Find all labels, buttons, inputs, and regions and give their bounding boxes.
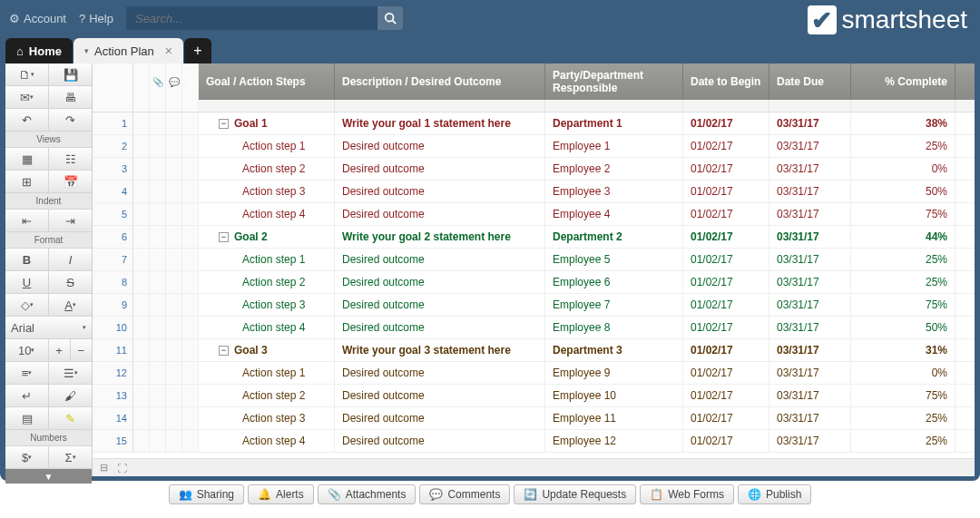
row-comment[interactable]: [166, 271, 182, 293]
cell-desc[interactable]: Desired outcome: [335, 294, 545, 316]
account-link[interactable]: ⚙ Account: [9, 12, 66, 25]
row-number[interactable]: 4: [93, 181, 133, 202]
row-comment[interactable]: [166, 339, 182, 361]
h-attach[interactable]: 📎: [150, 64, 166, 100]
row-comment[interactable]: [166, 203, 182, 225]
row-comment[interactable]: [166, 430, 182, 452]
row-number[interactable]: 13: [93, 385, 133, 406]
table-row[interactable]: 5Action step 4Desired outcomeEmployee 40…: [93, 203, 975, 226]
row-comment[interactable]: [166, 135, 182, 157]
row-info[interactable]: [182, 407, 199, 429]
sb-currency[interactable]: $▾: [5, 446, 49, 468]
row-comment[interactable]: [166, 294, 182, 316]
row-expand[interactable]: [133, 294, 150, 316]
cell-party[interactable]: Employee 8: [545, 317, 683, 338]
table-row[interactable]: 4Action step 3Desired outcomeEmployee 30…: [93, 181, 975, 203]
cell-due[interactable]: 03/31/17: [769, 135, 851, 157]
cell-begin[interactable]: 01/02/17: [683, 271, 769, 293]
cell-pct[interactable]: 25%: [851, 249, 956, 270]
sb-indent[interactable]: ⇥: [49, 210, 92, 231]
cell-goal[interactable]: −Goal 1: [199, 112, 335, 134]
sb-align-h[interactable]: ≡▾: [5, 362, 49, 384]
row-attach[interactable]: [150, 362, 166, 384]
cell-goal[interactable]: Action step 4: [199, 203, 335, 225]
cell-party[interactable]: Employee 9: [545, 362, 683, 384]
row-expand[interactable]: [133, 271, 150, 293]
row-expand[interactable]: [133, 362, 150, 384]
sb-font-size[interactable]: 10▾: [5, 339, 49, 361]
row-attach[interactable]: [150, 226, 166, 248]
h-desc[interactable]: Description / Desired Outcome: [335, 64, 545, 100]
cell-desc[interactable]: Desired outcome: [335, 362, 545, 384]
sb-italic[interactable]: I: [49, 249, 92, 270]
tab-add[interactable]: +: [184, 38, 211, 64]
sb-size-down[interactable]: −: [71, 339, 92, 361]
sb-calendar-view[interactable]: 📅: [49, 171, 92, 192]
cell-pct[interactable]: 25%: [851, 135, 956, 157]
row-number[interactable]: 6: [93, 226, 133, 248]
cell-goal[interactable]: Action step 3: [199, 407, 335, 429]
row-expand[interactable]: [133, 158, 150, 180]
tab-home[interactable]: ⌂ Home: [5, 38, 73, 64]
row-number[interactable]: 10: [93, 317, 133, 338]
row-info[interactable]: [182, 385, 199, 406]
row-number[interactable]: 14: [93, 407, 133, 429]
row-attach[interactable]: [150, 385, 166, 406]
row-expand[interactable]: [133, 226, 150, 248]
cell-due[interactable]: 03/31/17: [769, 339, 851, 361]
row-info[interactable]: [182, 362, 199, 384]
sb-bold[interactable]: B: [5, 249, 49, 270]
cell-goal[interactable]: Action step 3: [199, 294, 335, 316]
cell-goal[interactable]: Action step 1: [199, 362, 335, 384]
row-attach[interactable]: [150, 271, 166, 293]
cell-pct[interactable]: 75%: [851, 294, 956, 316]
table-row[interactable]: 12Action step 1Desired outcomeEmployee 9…: [93, 362, 975, 385]
table-row[interactable]: 7Action step 1Desired outcomeEmployee 50…: [93, 249, 975, 271]
cell-party[interactable]: Employee 6: [545, 271, 683, 293]
row-attach[interactable]: [150, 430, 166, 452]
h-goal[interactable]: Goal / Action Steps: [199, 64, 335, 100]
cell-desc[interactable]: Write your goal 2 statement here: [335, 226, 545, 248]
sb-wrap[interactable]: ↵: [5, 385, 49, 406]
row-expand[interactable]: [133, 135, 150, 157]
btn-sharing[interactable]: 👥Sharing: [169, 484, 244, 504]
row-expand[interactable]: [133, 112, 150, 134]
row-expand[interactable]: [133, 203, 150, 225]
row-attach[interactable]: [150, 407, 166, 429]
row-info[interactable]: [182, 112, 199, 134]
row-attach[interactable]: [150, 158, 166, 180]
cell-goal[interactable]: Action step 2: [199, 385, 335, 406]
cell-goal[interactable]: Action step 2: [199, 271, 335, 293]
row-number[interactable]: 3: [93, 158, 133, 180]
cell-desc[interactable]: Desired outcome: [335, 385, 545, 406]
cell-party[interactable]: Employee 5: [545, 249, 683, 270]
sb-redo[interactable]: ↷: [49, 109, 92, 131]
row-attach[interactable]: [150, 339, 166, 361]
row-attach[interactable]: [150, 181, 166, 202]
sb-underline[interactable]: U: [5, 271, 49, 293]
btn-alerts[interactable]: 🔔Alerts: [248, 484, 314, 504]
h-pct[interactable]: % Complete: [851, 64, 956, 100]
cell-pct[interactable]: 25%: [851, 430, 956, 452]
cell-desc[interactable]: Desired outcome: [335, 271, 545, 293]
table-row[interactable]: 10Action step 4Desired outcomeEmployee 8…: [93, 317, 975, 339]
cell-due[interactable]: 03/31/17: [769, 407, 851, 429]
row-expand[interactable]: [133, 317, 150, 338]
cell-begin[interactable]: 01/02/17: [683, 407, 769, 429]
sb-size-up[interactable]: +: [49, 339, 71, 361]
sb-sum[interactable]: Σ▾: [49, 446, 92, 468]
cell-desc[interactable]: Desired outcome: [335, 158, 545, 180]
row-expand[interactable]: [133, 385, 150, 406]
cell-goal[interactable]: −Goal 3: [199, 339, 335, 361]
cell-goal[interactable]: −Goal 2: [199, 226, 335, 248]
cell-due[interactable]: 03/31/17: [769, 271, 851, 293]
row-comment[interactable]: [166, 158, 182, 180]
h-begin[interactable]: Date to Begin: [683, 64, 769, 100]
cell-due[interactable]: 03/31/17: [769, 203, 851, 225]
cell-goal[interactable]: Action step 1: [199, 135, 335, 157]
cell-due[interactable]: 03/31/17: [769, 294, 851, 316]
row-info[interactable]: [182, 181, 199, 202]
cell-desc[interactable]: Write your goal 1 statement here: [335, 112, 545, 134]
row-comment[interactable]: [166, 317, 182, 338]
table-row[interactable]: 6−Goal 2Write your goal 2 statement here…: [93, 226, 975, 249]
